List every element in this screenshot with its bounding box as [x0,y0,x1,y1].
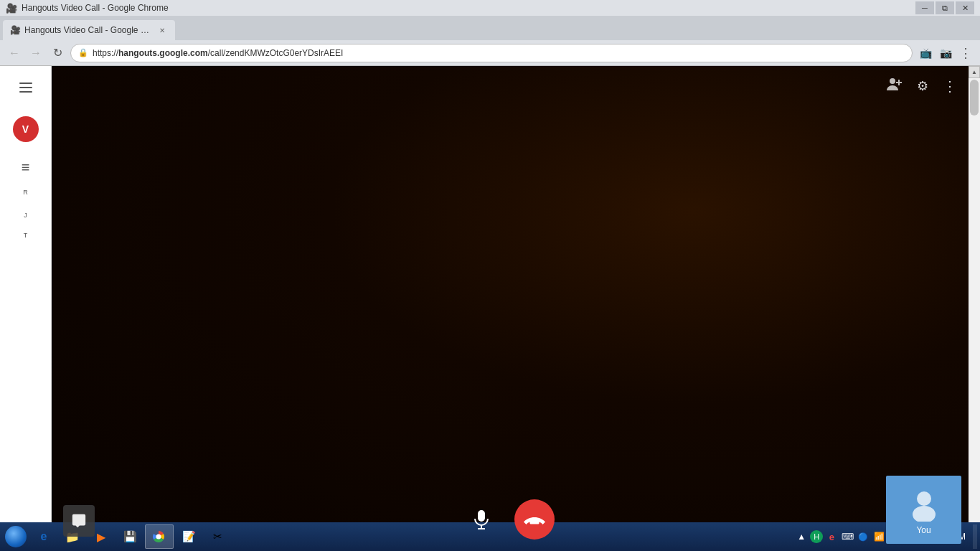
back-button[interactable]: ← [6,44,23,62]
hamburger-line-3 [19,91,32,93]
tab-favicon-icon: 🎥 [10,25,20,35]
left-sidebar: V ≡ R J T [0,66,52,551]
show-desktop-button[interactable] [973,524,977,549]
cast-icon[interactable]: 📺 [917,44,934,62]
taskbar-update-button[interactable]: 💾 [116,524,143,549]
start-orb-icon [5,526,27,547]
restore-button[interactable]: ⧉ [936,1,954,14]
hamburger-menu-button[interactable] [11,73,40,102]
svg-point-6 [917,491,931,506]
scrollbar-track[interactable] [969,78,980,539]
chrome-icon [151,529,166,544]
tray-keyboard-icon[interactable]: ⌨ [840,529,854,544]
sidebar-text-jt: T [24,232,28,239]
main-area: V ≡ R J T ⚙ [0,66,980,551]
self-view-label: You [916,525,930,535]
title-bar-left: 🎥 Hangouts Video Call - Google Chrome [6,3,169,14]
active-tab[interactable]: 🎥 Hangouts Video Call - Google Chrome ✕ [3,20,175,40]
sidebar-nav-icon: ≡ [22,159,30,176]
url-bar[interactable]: 🔒 https://hangouts.google.com/call/zendK… [70,44,913,62]
svg-rect-3 [478,510,485,522]
camcorder-icon[interactable]: 📷 [937,44,954,62]
forward-button[interactable]: → [27,44,44,62]
tab-close-button[interactable]: ✕ [156,24,168,36]
chrome-menu-button[interactable]: ⋮ [957,44,974,62]
tray-expand-icon[interactable]: ▲ [794,529,809,544]
tab-title: Hangouts Video Call - Google Chrome [24,25,152,35]
title-bar-controls: ─ ⧉ ✕ [915,1,974,14]
google-apps-icon[interactable]: V [13,116,39,142]
title-bar: 🎥 Hangouts Video Call - Google Chrome ─ … [0,0,980,16]
settings-button[interactable]: ⚙ [917,78,928,94]
scrollbar-thumb[interactable] [970,80,979,116]
tray-hangouts-icon[interactable]: H [810,530,823,543]
more-options-button[interactable]: ⋮ [943,77,957,95]
sidebar-text-r: R [23,189,28,196]
scroll-up-button[interactable]: ▲ [969,66,980,78]
svg-point-7 [913,506,936,522]
taskbar-snippet-button[interactable]: ✂ [204,524,231,549]
self-view-thumbnail: You [886,476,961,544]
address-bar-right: 📺 📷 ⋮ [917,44,974,62]
close-button[interactable]: ✕ [956,1,974,14]
reload-button[interactable]: ↻ [49,44,66,62]
ssl-lock-icon: 🔒 [78,48,88,57]
tray-ie-icon[interactable]: e [824,529,839,544]
hamburger-line-1 [19,83,32,84]
top-controls: ⚙ ⋮ [885,76,957,95]
media-player-icon: ▶ [94,529,108,544]
mute-microphone-button[interactable] [466,504,497,535]
video-call-container: ⚙ ⋮ [52,66,969,551]
tab-bar: 🎥 Hangouts Video Call - Google Chrome ✕ [0,16,980,40]
start-button[interactable] [3,524,29,550]
video-background [52,66,969,551]
self-avatar-icon [905,485,943,522]
window-title: Hangouts Video Call - Google Chrome [22,3,169,13]
svg-point-0 [890,78,895,84]
onenote-icon: 📝 [182,529,196,544]
title-favicon: 🎥 [6,3,17,14]
taskbar-onenote-button[interactable]: 📝 [175,524,202,549]
url-text: https://hangouts.google.com/call/zendKMW… [93,48,905,58]
taskbar-ie-button[interactable]: e [30,524,57,549]
bottom-controls [466,499,555,540]
add-person-button[interactable] [885,76,903,95]
address-bar: ← → ↻ 🔒 https://hangouts.google.com/call… [0,40,980,66]
browser-scrollbar[interactable]: ▲ ▼ [969,66,980,551]
ie-icon: e [37,529,51,544]
chrome-window: 🎥 Hangouts Video Call - Google Chrome ─ … [0,0,980,551]
snippet-tool-icon: ✂ [210,529,225,544]
svg-point-9 [156,534,161,540]
tray-network-icon[interactable]: 📶 [872,529,886,544]
sidebar-text-j: J [24,212,27,219]
tray-bluetooth-icon[interactable]: 🔵 [856,529,870,544]
hamburger-line-2 [19,87,32,88]
update-icon: 💾 [123,529,137,544]
taskbar-chrome-button[interactable] [145,524,174,549]
minimize-button[interactable]: ─ [915,1,934,14]
end-call-button[interactable] [514,499,555,540]
chat-button[interactable] [63,505,95,537]
